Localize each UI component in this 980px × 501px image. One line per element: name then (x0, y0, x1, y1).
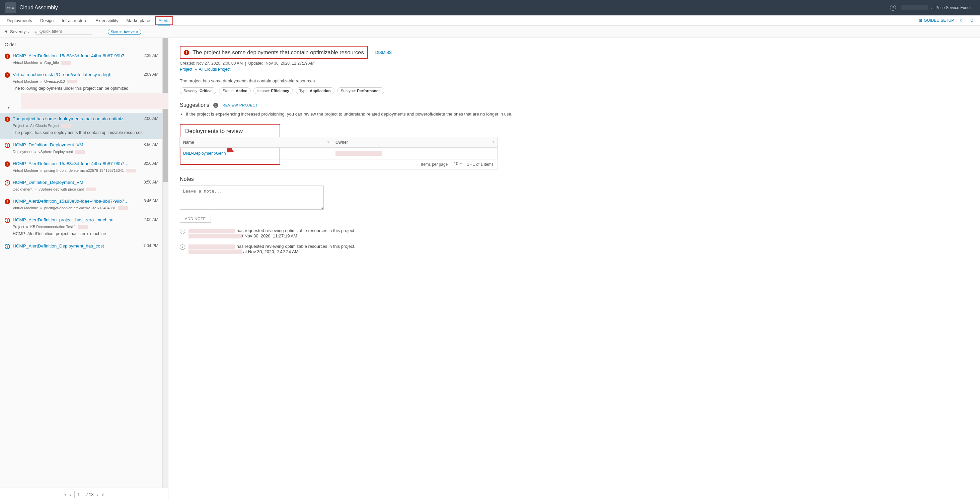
close-icon[interactable]: × (136, 30, 138, 34)
detail-title: The project has some deployments that co… (192, 49, 364, 56)
redacted-block (188, 245, 235, 249)
alert-time: 8:46 AM (144, 199, 158, 203)
dismiss-button[interactable]: DISMISS (375, 50, 392, 55)
redacted-block (75, 150, 85, 154)
notes-textarea[interactable] (180, 186, 324, 210)
alert-time: 8:50 AM (144, 142, 158, 147)
tab-alerts[interactable]: Alerts (158, 15, 170, 25)
search-icon: ⌕ (35, 29, 38, 34)
page-input[interactable] (74, 491, 83, 498)
chevron-down-icon: ⌄ (930, 6, 933, 10)
alert-item[interactable]: Virtual machine disk I/O read/write late… (0, 68, 162, 113)
app-header: vmw Cloud Assembly ? ⌄ Price Service Fun… (0, 0, 980, 15)
suggestions-title: Suggestions (180, 102, 209, 108)
filter-icon[interactable]: ▾ (328, 140, 329, 144)
next-page-button[interactable]: › (97, 492, 99, 497)
dark-mode-toggle[interactable]: ☾ (960, 18, 964, 23)
per-page-select[interactable]: 10 ⌄ (452, 161, 462, 167)
redacted-block (78, 225, 88, 229)
alert-title: HCMP_Definition_Deployment_VM (13, 142, 83, 147)
alert-item[interactable]: HCMP_AlertDefinition_15a83e3d-fdae-44ba-… (0, 195, 162, 214)
filter-icon[interactable]: ▾ (493, 140, 495, 144)
quick-filter-input[interactable]: ⌕ Quick filters (35, 29, 92, 35)
alert-title: HCMP_AlertDefinition_15a83e3d-fdae-44ba-… (13, 199, 130, 204)
redacted-block (188, 229, 235, 234)
deployments-title: Deployments to review (185, 128, 275, 135)
tab-infrastructure[interactable]: Infrastructure (62, 15, 88, 25)
redacted-block (188, 250, 242, 254)
redacted-block (336, 151, 382, 156)
tab-marketplace[interactable]: Marketplace (127, 15, 150, 25)
redacted-block (126, 169, 136, 172)
table-row[interactable]: DND-Deployment-Gerin (180, 148, 497, 159)
critical-icon (5, 161, 10, 167)
scrollbar-thumb[interactable] (163, 38, 168, 182)
project-link[interactable]: Project (180, 67, 192, 72)
alert-title: HCMP_AlertDefinition_Deployment_has_cost (13, 243, 104, 248)
deployment-link[interactable]: DND-Deployment-Gerin (183, 151, 226, 156)
alert-title: HCMP_AlertDefinition_15a83e3d-fdae-44ba-… (13, 161, 130, 166)
badge: Impact: Efficiency (253, 87, 293, 94)
project-value-link[interactable]: All Clouds Project (199, 67, 231, 72)
prev-page-button[interactable]: ‹ (70, 492, 71, 497)
warn-icon (5, 143, 10, 148)
alert-time: 2:00 AM (144, 116, 158, 121)
range-label: 1 - 1 of 1 items (467, 162, 493, 167)
alert-crumb: Deployment » vSphere dep with price card (13, 187, 158, 191)
redacted-block (188, 234, 242, 239)
critical-icon (5, 72, 10, 78)
alert-time: 2:09 AM (144, 217, 158, 222)
meta-dates: Created: Nov 27, 2020, 2:00:00 AM | Upda… (180, 61, 969, 66)
alert-time: 7:04 PM (143, 243, 158, 248)
critical-icon (184, 50, 189, 55)
notes-title: Notes (180, 176, 969, 182)
alert-item[interactable]: HCMP_AlertDefinition_project_has_zero_ma… (0, 214, 162, 240)
critical-icon (5, 199, 10, 204)
alert-time: 8:50 AM (144, 161, 158, 166)
info-icon (5, 244, 10, 249)
critical-icon (5, 116, 10, 122)
note-entry: ≡ has requested reviewing optimizable re… (180, 244, 969, 254)
note-icon: ≡ (180, 229, 185, 234)
map-icon: ⊞ (919, 18, 922, 23)
redacted-block (67, 80, 77, 83)
alert-item[interactable]: HCMP_Definition_Deployment_VM8:50 AMDepl… (0, 139, 162, 158)
nav-bar: Deployments Design Infrastructure Extens… (0, 15, 980, 26)
alert-title: HCMP_Definition_Deployment_VM (13, 180, 83, 185)
review-project-link[interactable]: REVIEW PROJECT (222, 103, 258, 107)
redacted-block (61, 61, 71, 65)
alert-crumb: Project » All Clouds Project (13, 124, 158, 127)
badge-row: Severity: CriticalStatus: ActiveImpact: … (180, 87, 969, 94)
alert-title: The project has some deployments that co… (13, 116, 130, 121)
tab-deployments[interactable]: Deployments (7, 15, 32, 25)
redacted-block (86, 188, 96, 191)
tab-design[interactable]: Design (40, 15, 54, 25)
alert-crumb: Project » KB Recommendation Test 1 (13, 225, 158, 229)
severity-filter[interactable]: ▼ Severity ⌄ (4, 29, 30, 34)
badge: Status: Active (219, 87, 251, 94)
add-note-button[interactable]: ADD NOTE (180, 215, 211, 223)
filter-pill-status[interactable]: Status: Active × (108, 29, 141, 35)
redacted-block (118, 206, 128, 210)
last-page-button[interactable]: ›I (102, 492, 105, 497)
badge: Severity: Critical (180, 87, 216, 94)
org-dropdown[interactable]: ⌄ (901, 5, 933, 10)
guided-setup-link[interactable]: ⊞ GUIDED SETUP (919, 18, 954, 23)
col-name[interactable]: Name▾ (180, 137, 332, 148)
alert-desc: HCMP_AlertDefinition_project_has_zero_ma… (13, 231, 158, 236)
help-icon[interactable]: ? (890, 5, 896, 11)
tab-extensibility[interactable]: Extensibility (95, 15, 119, 25)
alert-item[interactable]: HCMP_Definition_Deployment_VM8:50 AMDepl… (0, 177, 162, 195)
alert-item[interactable]: HCMP_AlertDefinition_Deployment_has_cost… (0, 240, 162, 253)
first-page-button[interactable]: I‹ (64, 492, 66, 497)
alert-desc: The following deployments under this pro… (13, 86, 158, 109)
critical-icon (5, 54, 10, 59)
alert-item[interactable]: HCMP_AlertDefinition_15a83e3d-fdae-44ba-… (0, 50, 162, 68)
alert-item[interactable]: HCMP_AlertDefinition_15a83e3d-fdae-44ba-… (0, 158, 162, 177)
detail-description: The project has some deployments that co… (180, 78, 969, 83)
note-entry: ≡ has requested reviewing optimizable re… (180, 228, 969, 239)
alert-time: 2:09 AM (144, 72, 158, 77)
col-owner[interactable]: Owner▾ (332, 137, 497, 148)
alert-item[interactable]: The project has some deployments that co… (0, 113, 162, 139)
app-title: Cloud Assembly (19, 5, 58, 11)
